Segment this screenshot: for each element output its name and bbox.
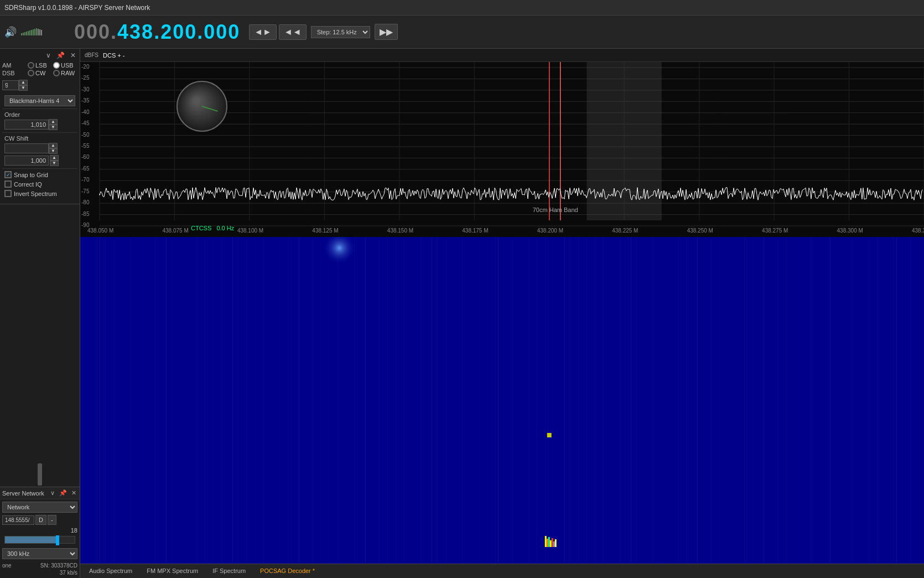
invert-spectrum-row[interactable]: Invert Spectrum	[4, 190, 75, 197]
invert-spectrum-label: Invert Spectrum	[14, 190, 57, 197]
status-label: one	[2, 562, 12, 569]
panel-close-btn[interactable]: ✕	[69, 51, 77, 60]
volume-icon[interactable]: 🔊	[4, 26, 17, 38]
title-bar: SDRSharp v1.0.0.1898 - AIRSPY Server Net…	[0, 0, 924, 16]
bottom-tabs: Audio Spectrum FM MPX Spectrum IF Spectr…	[80, 564, 924, 578]
server-panel: Server Network ∨ 📌 ✕ Network D -	[0, 487, 80, 578]
am-label: AM	[2, 62, 27, 69]
frequency-display[interactable]: 000. 438.200.000	[74, 20, 240, 44]
tab-pocsag[interactable]: POCSAG Decoder *	[253, 565, 321, 577]
server-panel-close[interactable]: ✕	[70, 489, 77, 497]
nav-buttons: ◄► ◄◄	[249, 24, 306, 40]
host-input[interactable]	[2, 515, 34, 525]
server-content: Network D - 18 300	[0, 499, 80, 578]
volume-slider[interactable]	[21, 28, 65, 35]
filter-order-up[interactable]: ▲	[19, 80, 28, 85]
snap-section: Snap to Grid Correct IQ Invert Spectrum	[2, 169, 77, 202]
filter-select[interactable]: Blackman-Harris 4	[4, 95, 75, 106]
filter-order-down[interactable]: ▼	[19, 85, 28, 91]
server-panel-header: Server Network ∨ 📌 ✕	[0, 487, 80, 499]
order-section: Order ▲ ▼	[2, 109, 77, 133]
cwshift-value-input[interactable]	[4, 156, 49, 166]
cwshift-input[interactable]	[4, 143, 49, 153]
cwshift-down-btn[interactable]: ▼	[49, 148, 58, 154]
correct-iq-checkbox[interactable]	[4, 180, 12, 188]
lsb-label: LSB	[35, 62, 47, 69]
status-row: one SN: 303378CD	[2, 561, 77, 570]
spectrum-area: dBFS DCS + -	[80, 49, 924, 237]
server-panel-collapse[interactable]: ∨	[49, 489, 56, 497]
tab-if-spectrum[interactable]: IF Spectrum	[206, 565, 252, 577]
cwshift-section: CW Shift ▲ ▼ ▲ ▼	[2, 133, 77, 169]
lsb-radio[interactable]: LSB	[28, 62, 52, 69]
cwshift-up-btn[interactable]: ▲	[49, 143, 58, 148]
fast-forward-button[interactable]: ▶▶	[375, 24, 398, 40]
order-up-btn[interactable]: ▲	[49, 119, 58, 125]
dsb-label: DSB	[2, 70, 27, 76]
frequency-main: 438.200.000	[117, 20, 240, 44]
cw-label: CW	[35, 70, 45, 76]
order-label: Order	[4, 111, 75, 118]
port-display: 18	[2, 527, 77, 534]
connect-button[interactable]: D	[35, 515, 46, 525]
spectrum-top-bar: dBFS DCS + -	[80, 49, 924, 62]
main-display: dBFS DCS + - Audio Spectrum FM MPX Spect…	[80, 49, 924, 578]
snap-to-grid-checkbox[interactable]	[4, 171, 12, 178]
filter-order-spinbox[interactable]	[2, 80, 19, 90]
correct-iq-label: Correct IQ	[14, 181, 42, 188]
mode-grid: AM LSB USB DSB CW	[2, 62, 77, 76]
volume-fill	[5, 536, 56, 543]
usb-label: USB	[61, 62, 74, 69]
toolbar: 🔊 000. 438.200.000 ◄►	[0, 16, 924, 49]
filter-section: Blackman-Harris 4	[2, 93, 77, 109]
waterfall-canvas	[80, 237, 924, 564]
order-input[interactable]	[4, 120, 49, 130]
network-select[interactable]: Network	[2, 502, 77, 513]
snap-to-grid-row[interactable]: Snap to Grid	[4, 171, 75, 178]
filter-order-input-area: ▲ ▼	[2, 80, 28, 91]
dbfs-label: dBFS	[85, 52, 98, 58]
server-panel-title: Server Network	[2, 490, 44, 497]
volume-thumb[interactable]	[56, 535, 59, 545]
cwshift-val-up[interactable]: ▲	[50, 155, 59, 161]
sn-label: SN: 303378CD	[40, 562, 77, 569]
spectrum-canvas-wrapper[interactable]	[80, 62, 924, 237]
panel-pin-btn[interactable]: 📌	[55, 51, 66, 60]
snap-to-grid-label: Snap to Grid	[14, 172, 48, 178]
data-rate: 37 kb/s	[2, 570, 77, 576]
cw-radio-circle	[28, 70, 34, 76]
cw-radio[interactable]: CW	[28, 70, 52, 76]
usb-radio[interactable]: USB	[53, 62, 77, 69]
order-down-btn[interactable]: ▼	[49, 125, 58, 130]
invert-spectrum-checkbox[interactable]	[4, 190, 12, 197]
tab-audio-spectrum[interactable]: Audio Spectrum	[82, 565, 139, 577]
cwshift-input-row: ▲ ▼	[4, 143, 75, 154]
frequency-prefix: 000.	[74, 20, 117, 44]
left-panel: ∨ 📌 ✕ AM LSB USB DSB	[0, 49, 80, 578]
usb-radio-circle	[53, 62, 60, 69]
cwshift-val-down[interactable]: ▼	[50, 161, 59, 166]
correct-iq-row[interactable]: Correct IQ	[4, 180, 75, 188]
nav-tune-left[interactable]: ◄►	[249, 24, 277, 40]
disconnect-button[interactable]: -	[48, 515, 56, 525]
raw-label: RAW	[61, 70, 75, 76]
raw-radio-circle	[53, 70, 60, 76]
server-panel-controls: ∨ 📌 ✕	[49, 489, 77, 497]
app-title: SDRSharp v1.0.0.1898 - AIRSPY Server Net…	[4, 4, 150, 12]
volume-track[interactable]	[4, 536, 75, 544]
raw-radio[interactable]: RAW	[53, 70, 77, 76]
lsb-radio-circle	[28, 62, 34, 69]
spectrum-canvas	[80, 62, 924, 237]
server-panel-pin[interactable]: 📌	[58, 489, 68, 497]
panel-header: ∨ 📌 ✕	[2, 51, 77, 60]
order-input-row: ▲ ▼	[4, 119, 75, 130]
nav-step-back[interactable]: ◄◄	[279, 24, 307, 40]
step-select[interactable]: Step: 12.5 kHz	[311, 26, 370, 38]
dcs-label: DCS + -	[103, 52, 124, 59]
waterfall-area[interactable]	[80, 237, 924, 564]
cwshift-label: CW Shift	[4, 135, 75, 142]
panel-collapse-btn[interactable]: ∨	[44, 51, 53, 60]
connection-row: D -	[2, 515, 77, 525]
bandwidth-select[interactable]: 300 kHz	[2, 548, 77, 559]
tab-fm-mpx[interactable]: FM MPX Spectrum	[140, 565, 205, 577]
